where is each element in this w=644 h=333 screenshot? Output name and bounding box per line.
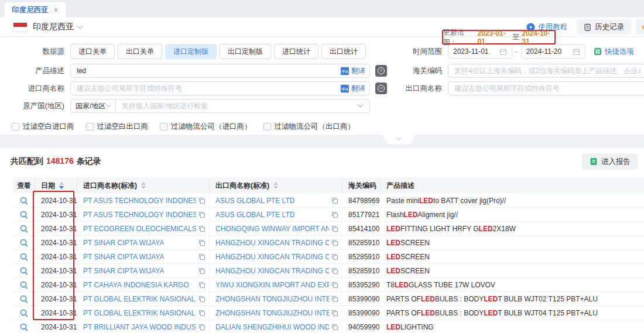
close-icon[interactable]: × — [54, 6, 59, 14]
copy-icon[interactable] — [331, 225, 338, 232]
checkbox-icon[interactable] — [12, 123, 19, 131]
copy-icon[interactable] — [198, 211, 205, 218]
copy-icon[interactable] — [198, 310, 205, 317]
copy-icon[interactable] — [198, 197, 205, 204]
copy-icon[interactable] — [198, 267, 205, 274]
data-source-option[interactable]: 出口关单 — [118, 44, 162, 59]
view-record-button[interactable] — [20, 253, 28, 261]
translate-button[interactable]: 中A 翻译 — [341, 66, 365, 76]
tutorial-link[interactable]: 使用教程 — [526, 22, 567, 32]
copy-icon[interactable] — [198, 324, 205, 331]
copy-icon[interactable] — [198, 239, 205, 246]
exporter-input[interactable] — [448, 81, 644, 95]
column-header[interactable]: 日期 — [35, 177, 77, 194]
copy-button[interactable] — [329, 310, 338, 317]
sort-icon[interactable] — [59, 182, 64, 189]
exporter-link[interactable]: HANGZHOU XINGCAN TRADING CO LTD — [215, 253, 329, 261]
data-source-option[interactable]: 出口统计 — [321, 44, 366, 59]
copy-icon[interactable] — [331, 267, 338, 274]
exporter-link[interactable]: YIWU XIONGXIN IMPORT AND EXPORT... — [215, 281, 329, 289]
date-end-input[interactable]: 2024-11-20 — [521, 44, 585, 59]
copy-icon[interactable] — [331, 253, 338, 260]
exporter-link[interactable]: ASUS GLOBAL PTE LTD — [215, 197, 294, 205]
hs-code-input[interactable] — [448, 64, 644, 78]
data-source-option[interactable]: 出口定制版 — [220, 44, 271, 59]
origin-search-input[interactable]: 支持输入国家/地区进行检索 — [116, 99, 370, 113]
history-button[interactable]: 历史记录 — [577, 19, 631, 35]
importer-link[interactable]: PT GLOBAL ELEKTRIK NASIONAL — [83, 295, 195, 303]
filter-checkbox[interactable]: 过滤空白出口商 — [86, 122, 149, 132]
copy-icon[interactable] — [331, 281, 338, 289]
copy-icon[interactable] — [331, 197, 338, 204]
checkbox-icon[interactable] — [263, 123, 271, 131]
copy-button[interactable] — [196, 296, 205, 303]
sort-icon[interactable] — [141, 182, 146, 189]
chevron-down-icon[interactable] — [77, 23, 83, 29]
exporter-link[interactable]: DALIAN SHENGZHIHUI WOOD INDUST... — [215, 323, 329, 331]
exporter-link[interactable]: ZHONGSHAN TONGJIUZHOU INTERNA... — [215, 309, 329, 317]
sort-icon[interactable] — [273, 182, 278, 189]
copy-button[interactable] — [329, 296, 338, 303]
view-record-button[interactable] — [20, 309, 28, 317]
importer-link[interactable]: PT ECOGREEN OLEOCHEMICALS — [83, 225, 196, 233]
copy-icon[interactable] — [198, 253, 205, 260]
view-record-button[interactable] — [20, 225, 28, 233]
copy-button[interactable] — [329, 267, 338, 274]
data-source-option[interactable]: 进口定制版 — [165, 44, 217, 59]
copy-button[interactable] — [329, 211, 338, 218]
importer-link[interactable]: PT BRILLIANT JAYA WOOD INDUSTRY — [83, 323, 196, 331]
exact-match-toggle[interactable]: = — [375, 65, 387, 77]
translate-button[interactable]: 中A 翻译 — [341, 84, 365, 94]
exporter-link[interactable]: ASUS GLOBAL PTE LTD — [215, 211, 294, 219]
enter-report-button[interactable]: 进入报告 — [582, 153, 638, 170]
importer-link[interactable]: PT ASUS TECHNOLOGY INDONESIA BA... — [83, 211, 196, 219]
copy-icon[interactable] — [331, 310, 338, 317]
importer-link[interactable]: PT SINAR CIPTA WIJAYA — [83, 267, 164, 275]
copy-button[interactable] — [329, 239, 338, 246]
copy-button[interactable] — [196, 197, 205, 204]
exporter-link[interactable]: CHONGQING WINWAY IMPORT AND E... — [215, 225, 329, 233]
exact-match-toggle[interactable]: = — [375, 83, 387, 94]
origin-type-select[interactable]: 国家/地区 — [70, 99, 116, 113]
date-start-input[interactable]: 2023-11-01 — [448, 44, 512, 59]
view-record-button[interactable] — [20, 267, 28, 275]
importer-input[interactable] — [70, 81, 370, 95]
exporter-link[interactable]: ZHONGSHAN TONGJIUZHOU INTERNA... — [215, 295, 329, 303]
exporter-link[interactable]: HANGZHOU XINGCAN TRADING CO LTD — [215, 239, 329, 247]
copy-button[interactable] — [329, 197, 338, 204]
view-record-button[interactable] — [20, 295, 28, 303]
quick-options-link[interactable]: 快捷选项 — [594, 47, 634, 57]
view-record-button[interactable] — [20, 323, 28, 331]
copy-button[interactable] — [196, 211, 205, 218]
checkbox-icon[interactable] — [86, 123, 94, 131]
view-record-button[interactable] — [20, 281, 28, 289]
product-desc-input[interactable] — [70, 64, 370, 78]
view-record-button[interactable] — [20, 197, 28, 205]
copy-button[interactable] — [329, 225, 338, 232]
importer-link[interactable]: PT SINAR CIPTA WIJAYA — [83, 253, 164, 261]
copy-icon[interactable] — [331, 296, 338, 303]
copy-icon[interactable] — [331, 239, 338, 246]
filter-checkbox[interactable]: 过滤物流公司（出口商） — [263, 122, 355, 132]
view-record-button[interactable] — [20, 211, 28, 219]
importer-link[interactable]: PT SINAR CIPTA WIJAYA — [83, 239, 164, 247]
copy-button[interactable] — [329, 253, 338, 260]
checkbox-icon[interactable] — [160, 123, 167, 131]
importer-link[interactable]: PT GLOBAL ELEKTRIK NASIONAL — [83, 309, 195, 317]
data-source-option[interactable]: 进口关单 — [70, 44, 115, 59]
filter-checkbox[interactable]: 过滤空白进口商 — [12, 122, 74, 132]
column-header[interactable]: 进口商名称(标准) — [77, 177, 210, 194]
copy-button[interactable] — [196, 253, 205, 260]
copy-icon[interactable] — [331, 211, 338, 218]
copy-button[interactable] — [196, 310, 205, 317]
view-record-button[interactable] — [20, 239, 28, 247]
filter-checkbox[interactable]: 过滤物流公司（进口商） — [160, 122, 252, 132]
exporter-link[interactable]: HANGZHOU XINGCAN TRADING CO LTD — [215, 267, 329, 275]
copy-button[interactable] — [196, 225, 205, 232]
importer-link[interactable]: PT ASUS TECHNOLOGY INDONESIA BA... — [83, 197, 196, 205]
column-header[interactable]: 出口商名称(标准) — [210, 177, 342, 194]
collapse-panel-button[interactable] — [382, 135, 416, 144]
copy-button[interactable] — [196, 324, 205, 331]
tab-indonesia[interactable]: 印度尼西亚 × — [5, 2, 66, 18]
copy-button[interactable] — [329, 281, 338, 289]
